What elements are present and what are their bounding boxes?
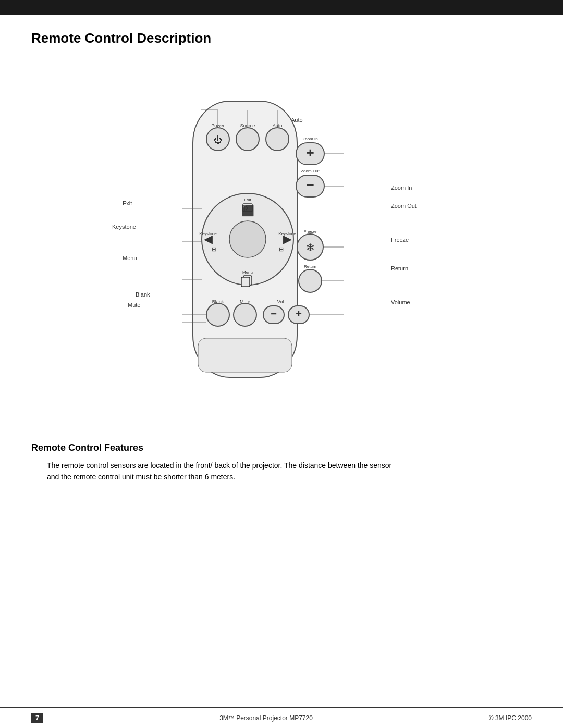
footer-right-text: © 3M IPC 2000 [489,714,532,722]
svg-point-16 [229,221,266,257]
svg-point-8 [266,128,289,151]
annotation-menu-left: Menu [123,255,137,261]
svg-text:Return: Return [304,264,316,269]
svg-rect-1 [198,338,292,372]
svg-text:−: − [306,177,314,193]
svg-text:+: + [296,308,302,319]
annotation-volume-right: Volume [391,299,410,305]
annotation-keystone-left: Keystone [112,224,136,230]
features-body: The remote control sensors are located i… [31,460,396,483]
svg-text:−: − [271,308,277,319]
svg-point-37 [206,303,229,326]
svg-point-39 [234,303,256,326]
svg-text:Exit: Exit [244,198,251,202]
svg-text:Zoom In: Zoom In [302,137,317,141]
svg-text:⊞: ⊞ [279,246,284,252]
svg-text:⏻: ⏻ [214,135,222,144]
remote-control-svg: Power ⏻ Source Auto Zoom In + Zoom Out − [151,72,375,411]
annotation-freeze-right: Freeze [391,237,409,243]
page-title: Remote Control Description [31,30,532,46]
svg-text:▶: ▶ [283,232,292,245]
svg-point-35 [299,269,322,292]
annotation-zoom-in-right: Zoom In [391,184,412,191]
footer-page-number: 7 [31,713,43,723]
features-section: Remote Control Features The remote contr… [31,442,532,483]
svg-text:Zoom Out: Zoom Out [301,169,320,174]
annotation-return-right: Return [391,265,408,272]
annotation-exit-left: Exit [123,200,132,206]
svg-text:Vol: Vol [277,299,284,304]
svg-rect-30 [241,277,250,287]
svg-text:+: + [306,145,314,161]
svg-text:Freeze: Freeze [304,229,317,234]
annotation-blank-left: Blank [136,291,150,298]
svg-text:⊟: ⊟ [212,246,216,252]
svg-point-6 [236,128,259,151]
annotation-zoom-out-right: Zoom Out [391,203,417,209]
footer-center-text: 3M™ Personal Projector MP7720 [219,714,313,722]
footer: 7 3M™ Personal Projector MP7720 © 3M IPC… [0,707,563,728]
annotation-mute-left: Mute [128,302,140,308]
svg-text:❄: ❄ [306,242,315,253]
top-bar [0,0,563,15]
svg-text:◀: ◀ [204,232,213,245]
diagram-area: Power Source Auto Exit Keystone Menu Bla… [31,62,532,427]
svg-text:Menu: Menu [242,270,253,275]
features-title: Remote Control Features [31,442,532,453]
